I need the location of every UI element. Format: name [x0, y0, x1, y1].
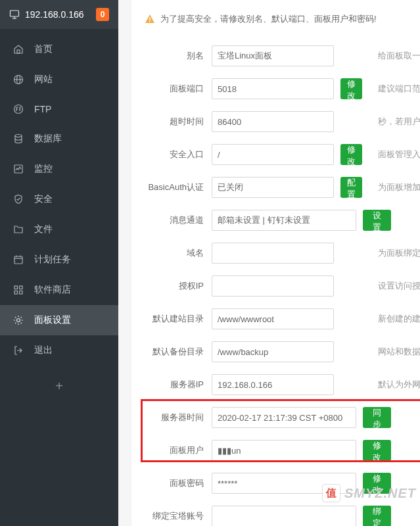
- row-label: 安全入口: [145, 149, 204, 160]
- shield-icon: [13, 194, 24, 204]
- alert-text: 为了提高安全，请修改别名、默认端口、面板用户和密码!: [160, 13, 377, 25]
- svg-point-8: [15, 135, 22, 137]
- row-input[interactable]: [212, 440, 356, 461]
- row-label: 超时时间: [145, 116, 204, 128]
- row-hint: 为面板增加: [378, 181, 420, 193]
- row-input[interactable]: [212, 78, 334, 99]
- row-action-button[interactable]: 修改: [340, 78, 362, 99]
- sidebar-item-exit[interactable]: 退出: [0, 335, 118, 366]
- sidebar-item-label: FTP: [34, 104, 51, 114]
- sidebar-item-shield[interactable]: 安全: [0, 184, 118, 214]
- ip-text: 192.168.0.166: [25, 9, 84, 20]
- sidebar-item-database[interactable]: 数据库: [0, 124, 118, 154]
- database-icon: [13, 133, 24, 144]
- row-label: 面板密码: [145, 477, 204, 489]
- row-input[interactable]: [212, 506, 356, 526]
- row-label: 默认备份目录: [145, 346, 204, 358]
- sidebar-item-label: 软件商店: [34, 284, 71, 296]
- row-input[interactable]: [212, 177, 334, 198]
- desktop-icon: [9, 9, 20, 20]
- row-hint: 秒，若用户: [378, 116, 420, 128]
- form-row: 安全入口修改面板管理入: [131, 138, 420, 171]
- row-action-button[interactable]: 同步: [363, 407, 391, 428]
- svg-rect-0: [11, 11, 19, 16]
- svg-rect-20: [149, 21, 151, 22]
- sidebar-item-grid[interactable]: 软件商店: [0, 275, 118, 305]
- sidebar-item-label: 计划任务: [34, 254, 71, 266]
- row-action-button[interactable]: 绑定: [363, 506, 391, 526]
- sidebar-add-button[interactable]: +: [0, 371, 118, 402]
- sidebar: 192.168.0.166 0 首页网站FTP数据库监控安全文件计划任务软件商店…: [0, 0, 118, 526]
- svg-rect-10: [14, 256, 22, 264]
- row-hint: 面板管理入: [378, 149, 420, 160]
- security-alert: 为了提高安全，请修改别名、默认端口、面板用户和密码!: [131, 8, 420, 30]
- svg-point-7: [14, 105, 23, 114]
- sidebar-item-ftp[interactable]: FTP: [0, 95, 118, 124]
- row-label: 别名: [145, 50, 204, 62]
- row-action-button[interactable]: 设置: [363, 210, 391, 231]
- svg-rect-16: [14, 291, 18, 295]
- row-hint: 新创建的建: [378, 313, 420, 325]
- folder-icon: [13, 224, 24, 235]
- form-row: 默认备份目录占网站和数据: [131, 335, 420, 368]
- sidebar-item-label: 网站: [34, 74, 53, 85]
- exit-icon: [13, 345, 24, 356]
- notification-badge[interactable]: 0: [96, 8, 109, 21]
- form-row: 消息通道设置: [131, 204, 420, 237]
- row-hint: 为面板绑定: [378, 247, 420, 259]
- sidebar-item-label: 安全: [34, 193, 53, 205]
- sidebar-item-calendar[interactable]: 计划任务: [0, 245, 118, 275]
- row-input[interactable]: [212, 308, 334, 329]
- row-input[interactable]: [212, 407, 356, 428]
- sidebar-item-globe[interactable]: 网站: [0, 64, 118, 95]
- row-hint: 设置访问授: [378, 280, 420, 292]
- sidebar-header: 192.168.0.166 0: [0, 0, 118, 29]
- form-row: 面板端口修改建议端口范: [131, 72, 420, 105]
- form-row: 域名占为面板绑定: [131, 237, 420, 270]
- svg-rect-14: [14, 286, 18, 289]
- sidebar-item-label: 数据库: [34, 133, 62, 145]
- form-row: 别名占给面板取一: [131, 39, 420, 72]
- sidebar-item-monitor[interactable]: 监控: [0, 154, 118, 184]
- form-row: 绑定宝塔账号绑定: [131, 500, 420, 526]
- row-input[interactable]: [212, 374, 334, 395]
- sidebar-item-gear[interactable]: 面板设置: [0, 305, 118, 335]
- svg-point-18: [17, 319, 20, 322]
- row-input[interactable]: [212, 275, 334, 297]
- watermark: 值 SMYZ.NET: [322, 484, 416, 502]
- sidebar-item-label: 退出: [34, 345, 53, 356]
- sidebar-item-folder[interactable]: 文件: [0, 214, 118, 245]
- row-input[interactable]: [212, 210, 356, 231]
- form-row: 超时时间占秒，若用户: [131, 105, 420, 138]
- sidebar-item-home[interactable]: 首页: [0, 34, 118, 64]
- row-input[interactable]: [212, 243, 334, 264]
- globe-icon: [13, 74, 24, 85]
- row-action-button[interactable]: 修改: [363, 440, 391, 461]
- sidebar-item-label: 文件: [34, 224, 53, 235]
- grid-icon: [13, 285, 24, 295]
- form-row: 授权IP占设置访问授: [131, 270, 420, 302]
- watermark-logo: 值: [322, 484, 340, 502]
- form-row: 服务器时间同步: [131, 401, 420, 434]
- row-label: 消息通道: [145, 214, 204, 226]
- svg-rect-19: [149, 18, 151, 20]
- row-action-button[interactable]: 修改: [340, 144, 362, 165]
- row-input[interactable]: [212, 341, 334, 362]
- row-label: 面板用户: [145, 444, 204, 456]
- warning-icon: [145, 14, 155, 24]
- row-action-button[interactable]: 配置: [340, 177, 362, 198]
- row-label: 绑定宝塔账号: [145, 510, 204, 522]
- form-row: 面板用户修改: [131, 434, 420, 467]
- row-hint: 建议端口范: [378, 83, 420, 95]
- row-label: 授权IP: [145, 280, 204, 292]
- row-input[interactable]: [212, 144, 334, 165]
- row-input[interactable]: [212, 45, 334, 66]
- row-label: 默认建站目录: [145, 313, 204, 325]
- form-row: 服务器IP占默认为外网: [131, 368, 420, 401]
- main-content: 为了提高安全，请修改别名、默认端口、面板用户和密码! 别名占给面板取一面板端口修…: [118, 0, 420, 526]
- row-input[interactable]: [212, 111, 334, 132]
- monitor-icon: [13, 164, 24, 174]
- sidebar-nav: 首页网站FTP数据库监控安全文件计划任务软件商店面板设置退出: [0, 29, 118, 371]
- ftp-icon: [13, 104, 24, 114]
- sidebar-item-label: 首页: [34, 43, 53, 55]
